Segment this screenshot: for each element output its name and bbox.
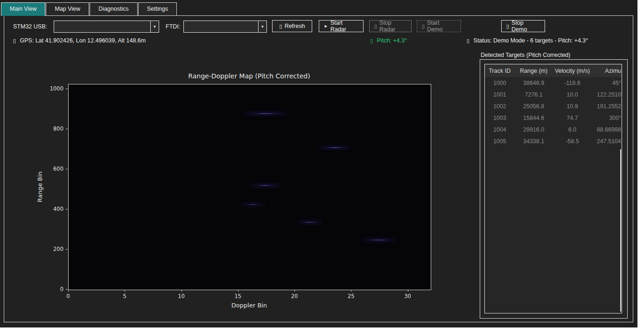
stm32-port-select[interactable]: ▼ [54, 21, 159, 33]
gps-status: ▯ GPS: Lat 41.902426, Lon 12.496039, Alt… [13, 37, 146, 44]
table-cell: 74.7 [553, 115, 592, 121]
target-streak [297, 222, 323, 223]
x-tick-label: 20 [285, 293, 304, 299]
table-scrollbar[interactable] [620, 149, 621, 312]
start-demo-button: ▯ Start Demo [417, 20, 461, 32]
table-row[interactable]: 100038646.9-118.645° [485, 77, 622, 89]
targets-table: Track ID Range (m) Velocity (m/s) Azimu … [484, 64, 622, 313]
x-tick-label: 25 [342, 293, 360, 299]
stop-icon: ▯ [374, 23, 377, 29]
table-row[interactable]: 100225056.810.9191.2552 [485, 100, 622, 112]
tab-bar: Main View Map View Diagnostics Settings [1, 2, 177, 16]
start-radar-button-label: Start Radar [330, 20, 358, 33]
table-row[interactable]: 100315844.674.7300° [485, 112, 622, 124]
ftdi-port-select[interactable]: ▼ [183, 21, 267, 33]
table-cell: 1001 [485, 91, 515, 98]
stm32-port-value [54, 21, 150, 32]
target-streak [361, 239, 396, 241]
stop-radar-button-label: Stop Radar [379, 20, 406, 33]
column-header-track-id[interactable]: Track ID [485, 68, 515, 74]
demo-status: ▯ Status: Demo Mode - 6 targets - Pitch:… [467, 37, 588, 44]
table-cell: 38646.9 [515, 80, 553, 86]
tab-map-view[interactable]: Map View [46, 2, 89, 15]
plot-y-axis-label: Range Bin [36, 168, 43, 206]
x-tick-label: 5 [115, 293, 134, 299]
table-cell: 247.5104 [592, 138, 622, 145]
y-tick-label: 0 [41, 286, 63, 292]
table-cell: 45° [592, 80, 622, 86]
ftdi-label: FTDI: [166, 23, 180, 30]
chevron-down-icon: ▼ [153, 25, 157, 29]
x-tick-label: 15 [229, 293, 247, 299]
demo-status-text: Status: Demo Mode - 6 targets - Pitch: +… [474, 37, 588, 44]
targets-panel-title: Detected Targets (Pitch Corrected) [481, 52, 570, 58]
tab-main-view[interactable]: Main View [1, 2, 45, 16]
stop-icon: ▯ [506, 23, 509, 29]
start-demo-button-label: Start Demo [427, 20, 456, 33]
table-cell: 122.2510 [592, 91, 622, 98]
table-cell: 34338.1 [515, 138, 553, 145]
targets-table-header: Track ID Range (m) Velocity (m/s) Azimu [485, 64, 622, 77]
y-tick-label: 800 [41, 125, 63, 132]
start-radar-button[interactable]: ► Start Radar [319, 20, 364, 32]
table-cell: 88.66998 [592, 126, 622, 133]
ftdi-dropdown-button[interactable]: ▼ [258, 21, 266, 32]
y-tick-label: 200 [41, 246, 63, 252]
x-tick-label: 30 [399, 293, 417, 299]
column-header-velocity[interactable]: Velocity (m/s) [553, 68, 592, 74]
y-tick-label: 600 [41, 166, 63, 172]
range-doppler-heatmap [68, 84, 431, 290]
stop-radar-button: ▯ Stop Radar [369, 20, 412, 32]
app-window: Main View Map View Diagnostics Settings … [0, 0, 637, 327]
target-streak [318, 147, 351, 148]
table-cell: 1002 [485, 103, 515, 110]
gps-status-text: GPS: Lat 41.902426, Lon 12.496039, Alt 1… [20, 37, 146, 44]
refresh-icon: ▯ [280, 23, 282, 29]
x-tick-label: 10 [172, 293, 191, 299]
table-cell: -58.5 [553, 138, 592, 145]
table-cell: 1003 [485, 115, 515, 121]
table-cell: 1005 [485, 138, 515, 145]
tab-settings[interactable]: Settings [138, 2, 177, 15]
table-row[interactable]: 100534338.1-58.5247.5104 [485, 135, 622, 147]
play-icon: ► [324, 24, 328, 28]
refresh-button[interactable]: ▯ Refresh [272, 20, 312, 32]
table-cell: 29916.0 [515, 126, 553, 133]
ftdi-port-value [184, 21, 258, 32]
pitch-indicator: ▯ Pitch: +4.3° [370, 37, 407, 44]
gps-icon: ▯ [13, 38, 16, 43]
target-streak [250, 185, 280, 186]
status-icon: ▯ [467, 38, 469, 43]
table-row[interactable]: 10017276.110.0122.2510 [485, 89, 622, 100]
table-cell: 7276.1 [515, 91, 553, 98]
table-row[interactable]: 100429916.06.088.66998 [485, 124, 622, 135]
table-cell: 1004 [485, 126, 515, 133]
table-cell: 300° [592, 115, 622, 121]
column-header-azimuth[interactable]: Azimu [592, 68, 622, 74]
table-cell: 15844.6 [515, 115, 553, 121]
stm32-dropdown-button[interactable]: ▼ [150, 21, 159, 32]
plot-title: Range-Doppler Map (Pitch Corrected) [68, 72, 430, 80]
demo-icon: ▯ [422, 23, 425, 29]
table-cell: 10.0 [553, 91, 592, 98]
table-cell: 25056.8 [515, 103, 553, 110]
column-header-range[interactable]: Range (m) [515, 68, 553, 74]
y-tick-label: 1000 [41, 85, 63, 92]
refresh-button-label: Refresh [285, 23, 305, 29]
tab-diagnostics[interactable]: Diagnostics [90, 2, 138, 15]
table-cell: 10.9 [553, 103, 592, 110]
plot-x-axis-label: Doppler Bin [68, 302, 430, 309]
table-cell: -118.6 [553, 80, 592, 86]
chevron-down-icon: ▼ [261, 25, 265, 29]
pitch-indicator-text: Pitch: +4.3° [377, 37, 407, 44]
targets-table-body: 100038646.9-118.645°10017276.110.0122.25… [485, 77, 622, 147]
stop-demo-button[interactable]: ▯ Stop Demo [501, 20, 545, 32]
table-cell: 6.0 [553, 126, 592, 133]
x-tick-label: 0 [59, 293, 77, 299]
table-cell: 191.2552 [592, 103, 622, 110]
target-streak [244, 113, 288, 114]
target-streak [240, 204, 266, 205]
y-tick-label: 400 [41, 206, 63, 212]
stop-demo-button-label: Stop Demo [511, 20, 540, 33]
pitch-icon: ▯ [370, 38, 373, 43]
